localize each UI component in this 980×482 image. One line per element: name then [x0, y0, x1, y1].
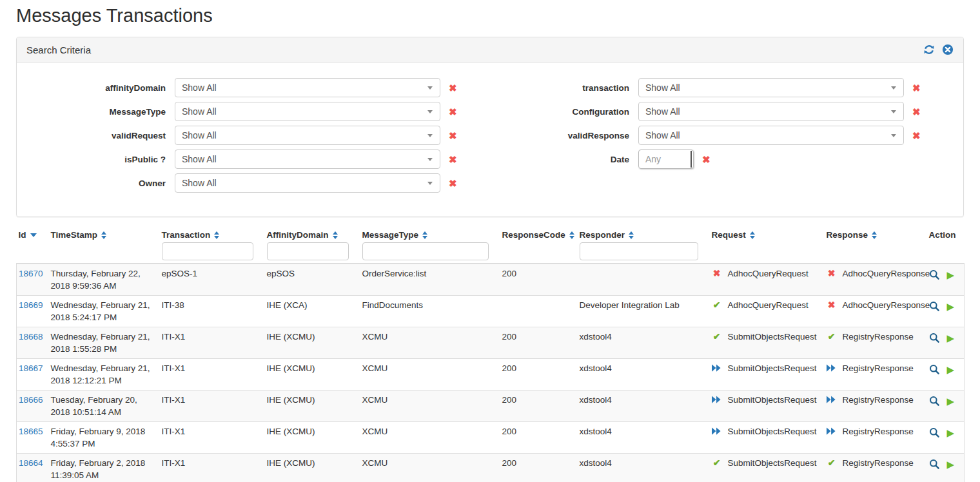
transaction-cell: ITI-X1	[160, 454, 265, 482]
column-header-request[interactable]: Request	[710, 226, 825, 264]
sort-icon[interactable]	[569, 231, 574, 239]
messagetype-select[interactable]: Show All	[175, 102, 440, 121]
search-field-row: validRequestShow All✖	[26, 126, 490, 145]
sort-icon[interactable]	[422, 231, 427, 239]
column-header-response[interactable]: Response	[825, 226, 927, 264]
clear-filter-icon[interactable]: ✖	[702, 155, 710, 164]
response-cell: RegistryResponse	[825, 359, 927, 390]
response-cell: RegistryResponse	[825, 390, 927, 422]
date-input[interactable]: Any	[638, 149, 694, 169]
filter-input-messagetype[interactable]	[362, 242, 489, 260]
sort-icon[interactable]	[872, 231, 877, 239]
row-id-link[interactable]: 18669	[19, 300, 43, 310]
clear-filter-icon[interactable]: ✖	[912, 83, 921, 93]
sort-icon[interactable]	[629, 231, 634, 239]
request-cell: ✔AdhocQueryRequest	[710, 296, 825, 327]
clear-filter-icon[interactable]: ✖	[912, 107, 921, 117]
id-cell: 18670	[17, 264, 49, 296]
configuration-select[interactable]: Show All	[638, 102, 904, 121]
search-field-row: ConfigurationShow All✖	[490, 102, 954, 121]
row-id-link[interactable]: 18666	[19, 395, 43, 405]
message-name: RegistryResponse	[843, 362, 914, 374]
responder-cell: xdstool4	[578, 359, 710, 390]
affinitydomain-select[interactable]: Show All	[175, 78, 440, 97]
message-name: RegistryResponse	[843, 457, 914, 469]
row-id-link[interactable]: 18665	[19, 427, 43, 436]
filter-input-responder[interactable]	[580, 242, 698, 260]
search-icon[interactable]	[929, 333, 940, 343]
search-icon[interactable]	[929, 269, 940, 280]
clear-filter-icon[interactable]: ✖	[449, 107, 457, 117]
row-id-link[interactable]: 18667	[19, 363, 43, 373]
affinitydomain-label: affinityDomain	[26, 83, 175, 93]
clear-filter-icon[interactable]: ✖	[912, 131, 921, 140]
message-type-cell: XCMU	[360, 327, 500, 359]
play-icon[interactable]: ▶	[947, 396, 955, 406]
column-header-affinitydomain[interactable]: AffinityDomain	[265, 226, 360, 264]
message-type-cell: XCMU	[360, 454, 500, 482]
column-label: Request	[712, 230, 746, 240]
row-id-link[interactable]: 18670	[19, 269, 43, 278]
response-cell: ✖AdhocQueryResponse	[825, 264, 927, 296]
column-header-transaction[interactable]: Transaction	[160, 226, 265, 264]
play-icon[interactable]: ▶	[947, 428, 955, 438]
search-field-row: DateAny✖	[490, 149, 954, 169]
chevron-down-icon	[427, 182, 433, 185]
search-fields-right: transactionShow All✖ConfigurationShow Al…	[490, 78, 954, 197]
timestamp-cell: Wednesday, February 21, 2018 1:55:28 PM	[49, 327, 160, 359]
close-circle-icon[interactable]	[942, 44, 954, 55]
play-icon[interactable]: ▶	[947, 365, 955, 374]
owner-select[interactable]: Show All	[175, 173, 440, 193]
ispublic-select[interactable]: Show All	[175, 149, 440, 169]
play-icon[interactable]: ▶	[947, 302, 955, 311]
column-header-responder[interactable]: Responder	[578, 226, 710, 264]
refresh-icon[interactable]	[923, 44, 935, 55]
filter-input-affinitydomain[interactable]	[267, 242, 349, 260]
column-header-id[interactable]: Id	[17, 226, 49, 264]
fast-forward-icon	[712, 425, 722, 438]
sort-icon[interactable]	[750, 231, 755, 239]
validrequest-select[interactable]: Show All	[175, 126, 440, 145]
transactions-table-wrap: IdTimeStampTransactionAffinityDomainMess…	[16, 226, 964, 482]
response-code-cell: 200	[500, 359, 578, 390]
clear-filter-icon[interactable]: ✖	[449, 178, 457, 188]
column-header-timestamp[interactable]: TimeStamp	[49, 226, 160, 264]
filter-input-transaction[interactable]	[162, 242, 253, 260]
clear-filter-icon[interactable]: ✖	[449, 155, 457, 164]
play-icon[interactable]: ▶	[947, 270, 955, 280]
message-name: AdhocQueryRequest	[728, 299, 808, 311]
search-icon[interactable]	[929, 459, 940, 470]
sort-icon[interactable]	[101, 231, 106, 239]
sort-desc-icon[interactable]	[30, 233, 37, 237]
request-cell: SubmitObjectsRequest	[710, 390, 825, 422]
clear-filter-icon[interactable]: ✖	[449, 83, 457, 93]
column-header-responsecode[interactable]: ResponseCode	[500, 226, 578, 264]
column-header-messagetype[interactable]: MessageType	[360, 226, 500, 264]
action-cell-td: ▶	[927, 454, 965, 482]
response-code-cell: 200	[500, 422, 578, 454]
ispublic-label: isPublic ?	[26, 155, 175, 164]
table-body: 18670Thursday, February 22, 2018 9:59:36…	[17, 264, 965, 482]
play-icon[interactable]: ▶	[947, 459, 955, 469]
transaction-cell: ITI-X1	[160, 422, 265, 454]
check-icon: ✔	[827, 331, 837, 343]
transaction-select[interactable]: Show All	[638, 78, 904, 97]
row-id-link[interactable]: 18668	[19, 332, 43, 342]
sort-icon[interactable]	[333, 231, 338, 239]
chevron-down-icon	[891, 134, 896, 137]
play-icon[interactable]: ▶	[947, 333, 955, 343]
search-icon[interactable]	[929, 396, 940, 407]
affinity-domain-cell: IHE (XCMU)	[265, 359, 360, 390]
clear-filter-icon[interactable]: ✖	[449, 131, 457, 140]
column-label: Id	[19, 230, 26, 240]
id-cell: 18669	[17, 296, 49, 327]
search-icon[interactable]	[929, 301, 940, 312]
selected-value: Show All	[182, 154, 217, 164]
row-id-link[interactable]: 18664	[19, 458, 43, 468]
search-icon[interactable]	[929, 427, 940, 438]
table-row: 18668Wednesday, February 21, 2018 1:55:2…	[17, 327, 965, 359]
validresponse-select[interactable]: Show All	[638, 126, 904, 145]
search-icon[interactable]	[929, 364, 940, 375]
request-cell: ✔SubmitObjectsRequest	[710, 327, 825, 359]
sort-icon[interactable]	[214, 231, 219, 239]
